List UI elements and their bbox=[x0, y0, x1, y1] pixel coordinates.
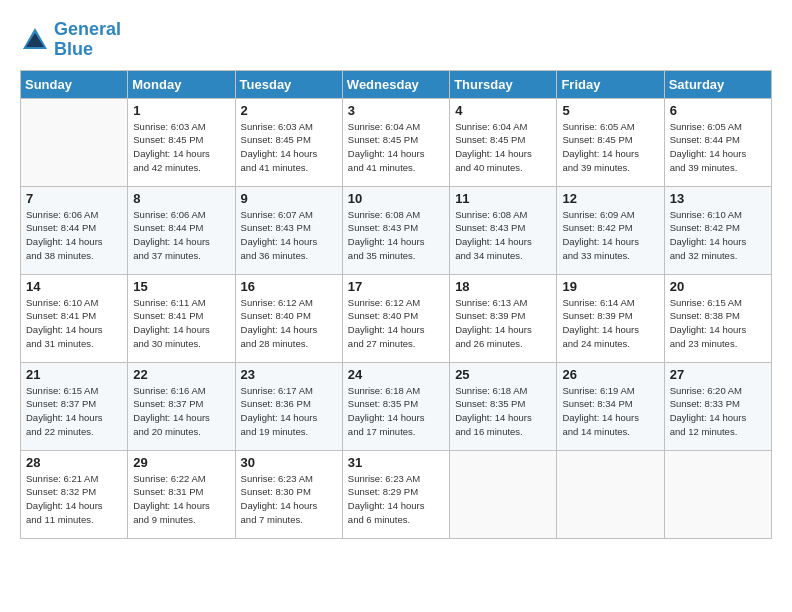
day-info: Sunrise: 6:18 AM Sunset: 8:35 PM Dayligh… bbox=[455, 384, 551, 439]
page-header: General Blue bbox=[20, 20, 772, 60]
day-cell bbox=[450, 450, 557, 538]
day-info: Sunrise: 6:19 AM Sunset: 8:34 PM Dayligh… bbox=[562, 384, 658, 439]
day-number: 4 bbox=[455, 103, 551, 118]
col-header-thursday: Thursday bbox=[450, 70, 557, 98]
day-cell: 9Sunrise: 6:07 AM Sunset: 8:43 PM Daylig… bbox=[235, 186, 342, 274]
day-cell: 26Sunrise: 6:19 AM Sunset: 8:34 PM Dayli… bbox=[557, 362, 664, 450]
day-number: 24 bbox=[348, 367, 444, 382]
day-cell: 1Sunrise: 6:03 AM Sunset: 8:45 PM Daylig… bbox=[128, 98, 235, 186]
day-info: Sunrise: 6:12 AM Sunset: 8:40 PM Dayligh… bbox=[241, 296, 337, 351]
header-row: SundayMondayTuesdayWednesdayThursdayFrid… bbox=[21, 70, 772, 98]
day-info: Sunrise: 6:18 AM Sunset: 8:35 PM Dayligh… bbox=[348, 384, 444, 439]
day-number: 31 bbox=[348, 455, 444, 470]
day-number: 15 bbox=[133, 279, 229, 294]
day-number: 2 bbox=[241, 103, 337, 118]
week-row-2: 7Sunrise: 6:06 AM Sunset: 8:44 PM Daylig… bbox=[21, 186, 772, 274]
logo-text: General Blue bbox=[54, 20, 121, 60]
day-info: Sunrise: 6:09 AM Sunset: 8:42 PM Dayligh… bbox=[562, 208, 658, 263]
day-cell: 29Sunrise: 6:22 AM Sunset: 8:31 PM Dayli… bbox=[128, 450, 235, 538]
day-number: 22 bbox=[133, 367, 229, 382]
day-number: 21 bbox=[26, 367, 122, 382]
week-row-4: 21Sunrise: 6:15 AM Sunset: 8:37 PM Dayli… bbox=[21, 362, 772, 450]
day-number: 5 bbox=[562, 103, 658, 118]
day-info: Sunrise: 6:11 AM Sunset: 8:41 PM Dayligh… bbox=[133, 296, 229, 351]
day-cell bbox=[664, 450, 771, 538]
day-cell: 3Sunrise: 6:04 AM Sunset: 8:45 PM Daylig… bbox=[342, 98, 449, 186]
day-cell: 20Sunrise: 6:15 AM Sunset: 8:38 PM Dayli… bbox=[664, 274, 771, 362]
week-row-1: 1Sunrise: 6:03 AM Sunset: 8:45 PM Daylig… bbox=[21, 98, 772, 186]
day-cell: 24Sunrise: 6:18 AM Sunset: 8:35 PM Dayli… bbox=[342, 362, 449, 450]
day-cell: 7Sunrise: 6:06 AM Sunset: 8:44 PM Daylig… bbox=[21, 186, 128, 274]
day-info: Sunrise: 6:10 AM Sunset: 8:41 PM Dayligh… bbox=[26, 296, 122, 351]
day-cell: 30Sunrise: 6:23 AM Sunset: 8:30 PM Dayli… bbox=[235, 450, 342, 538]
day-number: 12 bbox=[562, 191, 658, 206]
day-number: 25 bbox=[455, 367, 551, 382]
day-info: Sunrise: 6:05 AM Sunset: 8:45 PM Dayligh… bbox=[562, 120, 658, 175]
day-info: Sunrise: 6:12 AM Sunset: 8:40 PM Dayligh… bbox=[348, 296, 444, 351]
day-cell: 28Sunrise: 6:21 AM Sunset: 8:32 PM Dayli… bbox=[21, 450, 128, 538]
day-cell: 18Sunrise: 6:13 AM Sunset: 8:39 PM Dayli… bbox=[450, 274, 557, 362]
day-cell: 17Sunrise: 6:12 AM Sunset: 8:40 PM Dayli… bbox=[342, 274, 449, 362]
col-header-saturday: Saturday bbox=[664, 70, 771, 98]
day-info: Sunrise: 6:04 AM Sunset: 8:45 PM Dayligh… bbox=[348, 120, 444, 175]
day-info: Sunrise: 6:10 AM Sunset: 8:42 PM Dayligh… bbox=[670, 208, 766, 263]
day-info: Sunrise: 6:06 AM Sunset: 8:44 PM Dayligh… bbox=[133, 208, 229, 263]
day-info: Sunrise: 6:16 AM Sunset: 8:37 PM Dayligh… bbox=[133, 384, 229, 439]
col-header-wednesday: Wednesday bbox=[342, 70, 449, 98]
day-info: Sunrise: 6:14 AM Sunset: 8:39 PM Dayligh… bbox=[562, 296, 658, 351]
day-info: Sunrise: 6:08 AM Sunset: 8:43 PM Dayligh… bbox=[348, 208, 444, 263]
day-cell: 12Sunrise: 6:09 AM Sunset: 8:42 PM Dayli… bbox=[557, 186, 664, 274]
day-number: 28 bbox=[26, 455, 122, 470]
day-number: 27 bbox=[670, 367, 766, 382]
day-number: 8 bbox=[133, 191, 229, 206]
day-cell: 14Sunrise: 6:10 AM Sunset: 8:41 PM Dayli… bbox=[21, 274, 128, 362]
day-info: Sunrise: 6:22 AM Sunset: 8:31 PM Dayligh… bbox=[133, 472, 229, 527]
day-cell: 13Sunrise: 6:10 AM Sunset: 8:42 PM Dayli… bbox=[664, 186, 771, 274]
col-header-sunday: Sunday bbox=[21, 70, 128, 98]
day-cell: 2Sunrise: 6:03 AM Sunset: 8:45 PM Daylig… bbox=[235, 98, 342, 186]
day-cell bbox=[21, 98, 128, 186]
day-info: Sunrise: 6:03 AM Sunset: 8:45 PM Dayligh… bbox=[241, 120, 337, 175]
day-info: Sunrise: 6:21 AM Sunset: 8:32 PM Dayligh… bbox=[26, 472, 122, 527]
day-cell: 22Sunrise: 6:16 AM Sunset: 8:37 PM Dayli… bbox=[128, 362, 235, 450]
col-header-tuesday: Tuesday bbox=[235, 70, 342, 98]
day-number: 29 bbox=[133, 455, 229, 470]
day-number: 23 bbox=[241, 367, 337, 382]
day-number: 30 bbox=[241, 455, 337, 470]
day-info: Sunrise: 6:23 AM Sunset: 8:30 PM Dayligh… bbox=[241, 472, 337, 527]
day-cell: 8Sunrise: 6:06 AM Sunset: 8:44 PM Daylig… bbox=[128, 186, 235, 274]
day-number: 9 bbox=[241, 191, 337, 206]
logo: General Blue bbox=[20, 20, 121, 60]
day-cell: 23Sunrise: 6:17 AM Sunset: 8:36 PM Dayli… bbox=[235, 362, 342, 450]
day-number: 20 bbox=[670, 279, 766, 294]
day-cell: 5Sunrise: 6:05 AM Sunset: 8:45 PM Daylig… bbox=[557, 98, 664, 186]
col-header-monday: Monday bbox=[128, 70, 235, 98]
day-number: 17 bbox=[348, 279, 444, 294]
day-info: Sunrise: 6:04 AM Sunset: 8:45 PM Dayligh… bbox=[455, 120, 551, 175]
day-info: Sunrise: 6:17 AM Sunset: 8:36 PM Dayligh… bbox=[241, 384, 337, 439]
day-info: Sunrise: 6:15 AM Sunset: 8:37 PM Dayligh… bbox=[26, 384, 122, 439]
day-number: 10 bbox=[348, 191, 444, 206]
day-cell: 25Sunrise: 6:18 AM Sunset: 8:35 PM Dayli… bbox=[450, 362, 557, 450]
day-cell: 19Sunrise: 6:14 AM Sunset: 8:39 PM Dayli… bbox=[557, 274, 664, 362]
day-number: 14 bbox=[26, 279, 122, 294]
day-info: Sunrise: 6:15 AM Sunset: 8:38 PM Dayligh… bbox=[670, 296, 766, 351]
day-info: Sunrise: 6:08 AM Sunset: 8:43 PM Dayligh… bbox=[455, 208, 551, 263]
day-number: 13 bbox=[670, 191, 766, 206]
day-number: 6 bbox=[670, 103, 766, 118]
day-cell: 15Sunrise: 6:11 AM Sunset: 8:41 PM Dayli… bbox=[128, 274, 235, 362]
day-cell: 31Sunrise: 6:23 AM Sunset: 8:29 PM Dayli… bbox=[342, 450, 449, 538]
day-info: Sunrise: 6:03 AM Sunset: 8:45 PM Dayligh… bbox=[133, 120, 229, 175]
day-number: 3 bbox=[348, 103, 444, 118]
day-info: Sunrise: 6:23 AM Sunset: 8:29 PM Dayligh… bbox=[348, 472, 444, 527]
day-info: Sunrise: 6:20 AM Sunset: 8:33 PM Dayligh… bbox=[670, 384, 766, 439]
logo-icon bbox=[20, 25, 50, 55]
week-row-3: 14Sunrise: 6:10 AM Sunset: 8:41 PM Dayli… bbox=[21, 274, 772, 362]
day-number: 18 bbox=[455, 279, 551, 294]
calendar-table: SundayMondayTuesdayWednesdayThursdayFrid… bbox=[20, 70, 772, 539]
day-number: 1 bbox=[133, 103, 229, 118]
col-header-friday: Friday bbox=[557, 70, 664, 98]
day-cell: 4Sunrise: 6:04 AM Sunset: 8:45 PM Daylig… bbox=[450, 98, 557, 186]
day-cell: 27Sunrise: 6:20 AM Sunset: 8:33 PM Dayli… bbox=[664, 362, 771, 450]
day-cell: 11Sunrise: 6:08 AM Sunset: 8:43 PM Dayli… bbox=[450, 186, 557, 274]
